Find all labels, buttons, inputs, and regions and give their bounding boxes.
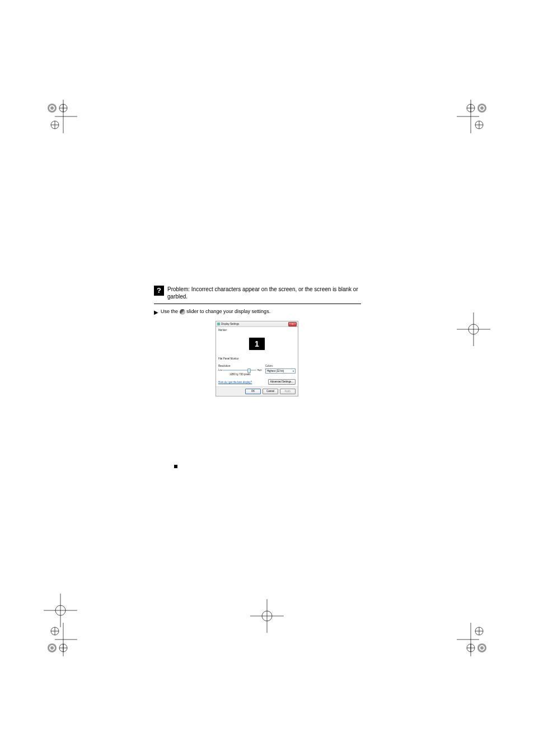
ok-button[interactable]: OK	[245, 389, 261, 394]
resolution-label: Resolution:	[218, 365, 262, 367]
display-settings-dialog: Display Settings ✕ Monitor 1 Flat Panel …	[216, 321, 298, 396]
chevron-down-icon: ▾	[293, 370, 294, 372]
close-button[interactable]: ✕	[288, 322, 297, 326]
colors-label: Colors:	[265, 365, 296, 367]
registration-mark	[250, 599, 284, 633]
bullet-row	[154, 464, 361, 468]
slider-low-label: Low	[218, 368, 222, 371]
cancel-button[interactable]: Cancel	[263, 389, 278, 394]
registration-mark	[457, 100, 490, 133]
troubleshoot-question-row: ? Problem: Incorrect characters appear o…	[154, 286, 361, 304]
play-arrow-icon: ▶	[154, 309, 161, 315]
svg-point-18	[480, 106, 484, 110]
registration-mark	[457, 623, 490, 656]
apply-button[interactable]: Apply	[280, 389, 296, 394]
colors-value: Highest (32 bit)	[267, 370, 284, 372]
dialog-title: Display Settings	[221, 323, 288, 325]
dialog-title-icon	[217, 323, 220, 325]
troubleshoot-solution-row: ▶ Use the slider to change your display …	[154, 309, 361, 315]
registration-mark	[457, 312, 490, 346]
resolution-value: 1280 by 720 pixels	[218, 373, 262, 376]
advanced-settings-button[interactable]: Advanced Settings...	[268, 379, 296, 385]
document-content: ? Problem: Incorrect characters appear o…	[154, 286, 361, 468]
power-profile-icon	[180, 309, 185, 315]
monitor-name: Flat Panel Monitor	[218, 357, 296, 360]
colors-select[interactable]: Highest (32 bit) ▾	[265, 368, 296, 374]
svg-point-2	[50, 106, 54, 110]
troubleshoot-solution-text: Use the slider to change your display se…	[161, 309, 270, 315]
svg-point-38	[50, 646, 54, 650]
square-bullet-icon	[174, 465, 177, 468]
registration-mark	[44, 594, 77, 627]
dialog-tab-label[interactable]: Monitor	[218, 329, 296, 332]
resolution-slider[interactable]: Low High	[218, 368, 262, 371]
slider-high-label: High	[257, 368, 261, 371]
dialog-titlebar: Display Settings ✕	[216, 321, 298, 327]
monitor-number[interactable]: 1	[249, 338, 265, 350]
svg-point-49	[480, 646, 484, 650]
troubleshoot-question-text: Problem: Incorrect characters appear on …	[167, 286, 361, 300]
registration-mark	[44, 100, 77, 133]
monitor-preview: 1	[218, 333, 296, 354]
help-link[interactable]: How do I get the best display?	[218, 381, 252, 384]
question-mark-icon: ?	[154, 286, 164, 296]
registration-mark	[44, 623, 77, 656]
